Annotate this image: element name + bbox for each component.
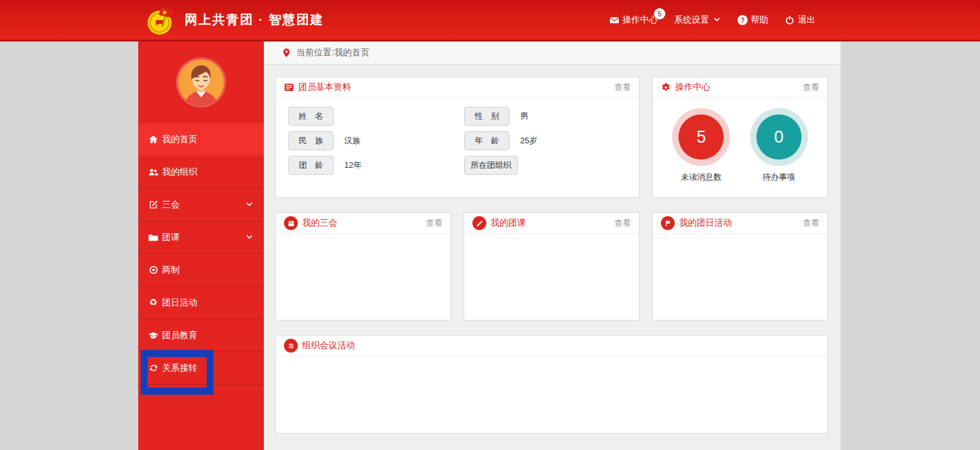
card-my-tuanke: 我的团课 查看 [464, 212, 640, 321]
calendar-icon [284, 216, 298, 230]
nav-label: 操作中心 [623, 14, 658, 26]
sidebar: 我的首页 我的组织 三会 团课 [138, 41, 264, 450]
field-organization: 所在团组织 [464, 156, 626, 173]
card-title: 我的团日活动 [679, 217, 732, 229]
brand: 网上共青团 · 智慧团建 [143, 0, 324, 40]
breadcrumb: 当前位置:我的首页 [264, 41, 841, 65]
list-circle-icon [284, 339, 298, 353]
profile-fields: 姓 名 性 别 男 民 族 汉族 年 龄 25岁 团 龄 12年 所在团组织 [276, 98, 639, 183]
sync-icon [148, 363, 158, 373]
flag-icon [661, 216, 675, 230]
sidebar-item-member-education[interactable]: 团员教育 [138, 319, 264, 352]
chevron-down-icon [245, 200, 254, 209]
field-value: 男 [520, 111, 528, 122]
recycle-icon: ♻ [148, 298, 158, 308]
app-header: 网上共青团 · 智慧团建 操作中心 5 系统设置 ? 帮助 退出 [0, 0, 980, 41]
chevron-down-icon [712, 16, 721, 25]
nav-system-settings[interactable]: 系统设置 [674, 14, 721, 26]
nav-label: 系统设置 [674, 14, 709, 26]
card-title: 团员基本资料 [298, 82, 351, 93]
sidebar-item-label: 关系接转 [162, 363, 197, 374]
sidebar-item-label: 我的组织 [162, 167, 197, 178]
action-stats: 5 未读消息数 0 待办事项 [653, 98, 827, 183]
sidebar-item-tuanri-activity[interactable]: ♻ 团日活动 [138, 287, 264, 319]
nav-label: 退出 [798, 14, 815, 26]
chevron-down-icon [245, 233, 254, 242]
question-icon: ? [738, 15, 748, 25]
user-avatar [178, 59, 224, 106]
league-emblem-icon [143, 3, 178, 38]
envelope-icon [609, 15, 619, 25]
card-title: 操作中心 [675, 82, 710, 93]
card-title: 我的三会 [302, 217, 337, 229]
edit-icon [148, 200, 158, 210]
field-value: 汉族 [344, 135, 361, 146]
home-icon [148, 134, 158, 145]
power-icon [785, 15, 795, 25]
graduation-cap-icon [148, 331, 158, 341]
target-icon [148, 265, 158, 275]
sidebar-item-label: 团日活动 [162, 297, 197, 309]
field-label: 姓 名 [288, 107, 334, 126]
sidebar-item-label: 我的首页 [162, 134, 197, 145]
map-pin-icon [281, 48, 291, 58]
field-age: 年 龄 25岁 [464, 132, 626, 149]
field-label: 性 别 [464, 107, 509, 126]
breadcrumb-label: 当前位置:我的首页 [297, 47, 369, 58]
field-ethnicity: 民 族 汉族 [288, 132, 464, 149]
field-label: 民 族 [288, 131, 334, 150]
sidebar-item-my-organization[interactable]: 我的组织 [138, 156, 264, 189]
message-count-badge: 5 [654, 8, 665, 19]
nav-help[interactable]: ? 帮助 [738, 14, 768, 26]
stat-label: 未读消息数 [681, 172, 722, 183]
field-league-age: 团 龄 12年 [288, 156, 464, 173]
field-value: 25岁 [520, 135, 537, 146]
card-my-tuanri: 我的团日活动 查看 [652, 212, 828, 321]
avatar-wrap [138, 41, 264, 123]
card-member-profile: 团员基本资料 查看 姓 名 性 别 男 民 族 汉族 年 龄 25岁 团 龄 1 [275, 77, 640, 198]
view-link[interactable]: 查看 [803, 217, 819, 229]
view-link[interactable]: 查看 [426, 217, 442, 229]
stat-label: 待办事项 [763, 172, 795, 183]
card-title: 组织会议活动 [302, 340, 355, 351]
field-label: 年 龄 [464, 131, 509, 150]
field-value: 12年 [344, 160, 361, 171]
stat-todo-items: 0 待办事项 [750, 108, 808, 183]
card-organization-meetings: 组织会议活动 [275, 335, 828, 434]
sidebar-item-label: 团课 [162, 232, 180, 243]
field-gender: 性 别 男 [464, 107, 626, 124]
stat-value: 5 [678, 114, 724, 160]
nav-label: 帮助 [751, 14, 768, 26]
stat-unread-messages: 5 未读消息数 [672, 108, 730, 183]
sidebar-item-sanhui[interactable]: 三会 [138, 189, 264, 221]
sidebar-item-relation-transfer[interactable]: 关系接转 [138, 352, 264, 385]
field-name: 姓 名 [288, 107, 464, 124]
sidebar-item-label: 三会 [162, 199, 180, 211]
field-label: 团 龄 [288, 156, 334, 175]
card-my-sanhui: 我的三会 查看 [275, 212, 451, 321]
nav-logout[interactable]: 退出 [785, 14, 815, 26]
folder-icon [148, 233, 158, 243]
sidebar-item-tuanke[interactable]: 团课 [138, 221, 264, 254]
view-link[interactable]: 查看 [614, 217, 631, 229]
main-content: 当前位置:我的首页 团员基本资料 查看 姓 名 性 别 男 民 族 汉族 [264, 41, 841, 450]
sidebar-item-my-home[interactable]: 我的首页 [138, 123, 268, 156]
sidebar-item-label: 两制 [162, 265, 180, 276]
view-link[interactable]: 查看 [614, 82, 631, 93]
gear-icon [661, 82, 671, 92]
header-nav: 操作中心 5 系统设置 ? 帮助 退出 [609, 0, 815, 40]
users-icon [148, 167, 158, 177]
card-title: 我的团课 [491, 217, 526, 229]
nav-action-center[interactable]: 操作中心 5 [609, 14, 658, 26]
pencil-icon [472, 216, 486, 230]
sidebar-item-label: 团员教育 [162, 330, 197, 341]
app-title: 网上共青团 · 智慧团建 [185, 11, 324, 28]
field-label: 所在团组织 [464, 156, 518, 175]
sidebar-item-liangzhi[interactable]: 两制 [138, 254, 264, 287]
sidebar-menu: 我的首页 我的组织 三会 团课 [138, 123, 264, 385]
list-alt-icon [284, 82, 294, 92]
card-action-center: 操作中心 查看 5 未读消息数 0 待办事项 [652, 77, 828, 198]
view-link[interactable]: 查看 [803, 82, 819, 93]
stat-value: 0 [756, 114, 802, 160]
